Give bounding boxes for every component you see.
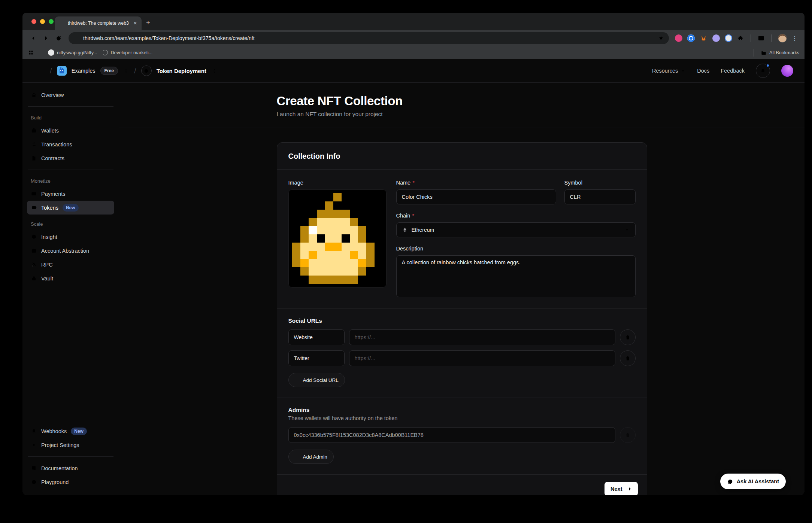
feedback-link[interactable]: Feedback — [721, 68, 745, 74]
required-asterisk: * — [412, 213, 414, 219]
admin-wallet-input[interactable] — [288, 427, 615, 443]
extension-icon-blue[interactable] — [687, 34, 695, 42]
team-name[interactable]: Examples — [72, 68, 96, 74]
side-panel-icon[interactable] — [757, 34, 765, 42]
sidebar-item-wallets[interactable]: Wallets — [27, 124, 114, 137]
bookmark-item[interactable]: niftyswap.gg/Nifty... — [48, 49, 97, 56]
insight-cube-icon — [31, 234, 37, 240]
team-avatar[interactable] — [57, 66, 67, 76]
add-social-url-button[interactable]: Add Social URL — [288, 373, 345, 387]
forward-button[interactable] — [42, 34, 50, 42]
project-name[interactable]: Token Deployment — [157, 68, 206, 74]
name-input[interactable] — [396, 189, 556, 204]
sidebar-section-monetize: Monetize — [31, 178, 110, 184]
notification-dot — [766, 64, 770, 67]
sidebar-item-contracts[interactable]: Contracts — [27, 151, 114, 165]
sidebar-section-build: Build — [31, 115, 110, 121]
browser-tab[interactable]: thirdweb: The complete web3 ✕ — [55, 16, 142, 30]
name-label: Name* — [396, 180, 556, 186]
user-avatar[interactable] — [781, 65, 793, 77]
social-url-input[interactable] — [349, 329, 615, 345]
sidebar-item-account-abstraction[interactable]: Account Abstraction — [27, 244, 114, 258]
platform-select[interactable]: Website — [288, 329, 345, 345]
chain-select[interactable]: Ethereum — [396, 222, 636, 237]
coins-icon — [31, 204, 37, 211]
sidebar-item-tokens[interactable]: Tokens New — [27, 201, 114, 215]
bookmarks-bar: niftyswap.gg/Nifty... Developer marketi.… — [22, 46, 805, 59]
extension-icon-lock[interactable] — [725, 34, 732, 42]
delete-social-url-button[interactable] — [620, 350, 636, 366]
new-tab-button[interactable]: + — [146, 19, 150, 27]
bookmark-star-icon[interactable] — [658, 35, 664, 42]
wallet-icon — [31, 127, 37, 134]
project-icon — [141, 66, 152, 76]
docs-link[interactable]: Docs — [697, 68, 709, 74]
back-button[interactable] — [30, 34, 37, 42]
bookmark-item[interactable]: Developer marketi... — [102, 50, 152, 55]
sidebar-item-playground[interactable]: Playground — [27, 475, 114, 489]
sidebar-item-vault[interactable]: Vault — [27, 271, 114, 285]
platform-select[interactable]: Twitter — [288, 350, 345, 366]
sidebar-item-overview[interactable]: Overview — [27, 88, 114, 102]
nft-pixel-art — [292, 193, 383, 284]
tab-strip: thirdweb: The complete web3 ✕ + — [22, 13, 805, 30]
description-textarea[interactable]: A collection of rainbow chicks hatched f… — [396, 255, 636, 297]
next-button[interactable]: Next — [605, 482, 637, 495]
reload-button[interactable] — [55, 35, 62, 42]
sidebar-item-rpc[interactable]: RPC — [27, 258, 114, 271]
tab-close-icon[interactable]: ✕ — [133, 20, 138, 26]
sidebar-item-project-settings[interactable]: Project Settings — [27, 438, 114, 452]
ask-ai-assistant-button[interactable]: Ask AI Assistant — [720, 474, 786, 489]
tab-title: thirdweb: The complete web3 — [68, 21, 130, 26]
site-info-icon[interactable] — [73, 35, 79, 42]
collection-image-upload[interactable] — [288, 189, 387, 288]
chrome-profile-avatar[interactable] — [778, 34, 787, 43]
chrome-menu-icon[interactable]: ⋮ — [792, 35, 798, 42]
folder-icon — [761, 50, 767, 56]
extension-icon-pink[interactable] — [675, 34, 682, 42]
all-bookmarks-button[interactable]: All Bookmarks — [761, 50, 799, 56]
notifications-button[interactable] — [756, 64, 770, 78]
thirdweb-logo[interactable] — [34, 66, 45, 76]
phantom-icon[interactable] — [712, 34, 720, 42]
delete-social-url-button[interactable] — [620, 329, 636, 345]
breadcrumb-separator: / — [134, 66, 136, 75]
delete-admin-button[interactable] — [620, 427, 636, 443]
app-header: / Examples Free / Token Deployment Resou… — [22, 59, 805, 83]
sidebar-item-transactions[interactable]: Transactions — [27, 137, 114, 151]
symbol-input[interactable] — [564, 189, 636, 204]
plus-icon — [295, 454, 300, 459]
extensions-puzzle-icon[interactable] — [737, 35, 744, 42]
thirdweb-favicon — [58, 21, 65, 26]
new-badge: New — [71, 428, 87, 435]
toolbar-divider — [771, 34, 772, 42]
account-abstraction-icon — [31, 247, 37, 254]
book-icon — [31, 465, 37, 471]
project-switcher-icon[interactable] — [211, 68, 218, 74]
add-admin-button[interactable]: Add Admin — [288, 450, 334, 464]
card-footer: Next — [277, 474, 647, 495]
swap-arrows-icon — [31, 141, 37, 148]
minimize-window-button[interactable] — [40, 19, 45, 24]
card-title: Collection Info — [288, 152, 636, 161]
close-window-button[interactable] — [31, 19, 36, 24]
bookmark-label: Developer marketi... — [110, 50, 152, 55]
sidebar-item-webhooks[interactable]: Webhooks New — [27, 424, 114, 438]
ethereum-icon — [402, 227, 408, 233]
chain-value: Ethereum — [412, 227, 620, 233]
metamask-icon[interactable] — [700, 34, 708, 42]
resize-handle-icon[interactable] — [629, 291, 634, 295]
sidebar-item-insight[interactable]: Insight — [27, 230, 114, 244]
team-switcher-icon[interactable] — [123, 68, 129, 74]
social-url-input[interactable] — [349, 350, 615, 366]
sidebar-item-payments[interactable]: Payments — [27, 187, 114, 201]
apps-grid-icon[interactable] — [28, 49, 34, 56]
image-label: Image — [288, 180, 387, 186]
resources-menu[interactable]: Resources — [652, 68, 686, 74]
sidebar-item-documentation[interactable]: Documentation — [27, 461, 114, 475]
admins-title: Admins — [288, 407, 636, 413]
zoom-window-button[interactable] — [49, 19, 54, 24]
page-hero: Create NFT Collection Launch an NFT coll… — [119, 83, 805, 128]
sidebar-divider — [28, 106, 113, 107]
address-bar[interactable]: thirdweb.com/team/examples/Token-Deploym… — [69, 32, 669, 44]
